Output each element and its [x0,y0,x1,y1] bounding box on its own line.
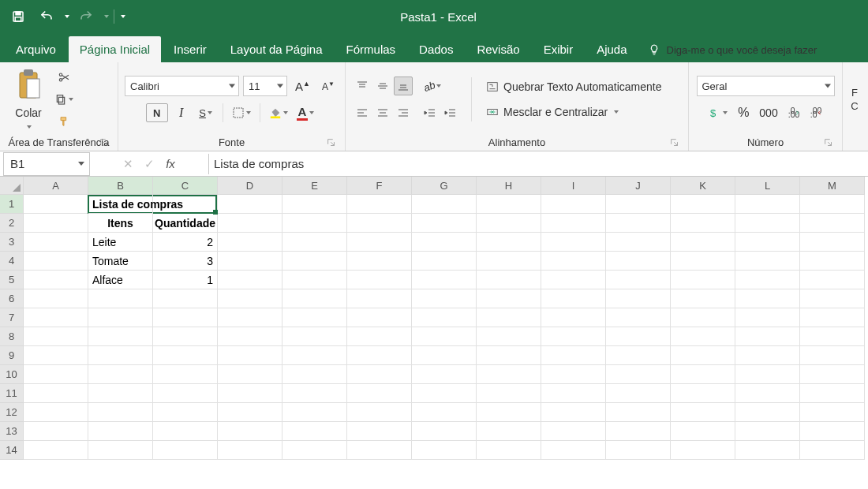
cell-M4[interactable] [800,252,865,271]
percent-button[interactable]: % [734,103,753,122]
cell-A12[interactable] [24,403,88,422]
dialog-launcher-icon[interactable] [823,137,834,148]
cell-L13[interactable] [735,422,800,441]
accounting-format-button[interactable]: $ [705,103,731,122]
cell-I3[interactable] [541,233,606,252]
column-header-I[interactable]: I [541,177,606,195]
cell-I5[interactable] [541,271,606,289]
cell-L5[interactable] [735,271,800,289]
align-bottom-button[interactable] [394,77,413,95]
cell-F1[interactable] [347,195,412,214]
cell-F6[interactable] [347,289,412,308]
cell-E13[interactable] [282,422,347,441]
decrease-decimal-button[interactable]: .00.0 [806,103,825,122]
cell-E4[interactable] [282,252,347,271]
cell-H5[interactable] [477,271,541,289]
cell-D10[interactable] [218,365,282,384]
cell-J11[interactable] [606,384,671,403]
cell-E12[interactable] [282,403,347,422]
cell-M6[interactable] [800,289,865,308]
redo-dropdown-icon[interactable] [104,15,109,18]
align-top-button[interactable] [353,77,372,95]
formula-input[interactable]: Lista de compras [209,157,868,170]
align-center-button[interactable] [373,103,392,122]
cell-H1[interactable] [477,195,541,214]
tab-insert[interactable]: Inserir [163,36,218,62]
cell-F12[interactable] [347,403,412,422]
cell-D14[interactable] [218,441,282,460]
row-header-5[interactable]: 5 [0,271,24,289]
cell-M1[interactable] [800,195,865,214]
cell-C11[interactable] [153,384,218,403]
cell-E9[interactable] [282,346,347,365]
cell-H4[interactable] [477,252,541,271]
cell-A11[interactable] [24,384,88,403]
cell-L6[interactable] [735,289,800,308]
cell-A13[interactable] [24,422,88,441]
decrease-font-button[interactable]: A▼ [319,77,338,95]
cell-D11[interactable] [218,384,282,403]
cell-H6[interactable] [477,289,541,308]
cell-E3[interactable] [282,233,347,252]
dialog-launcher-icon[interactable] [326,137,337,148]
name-box[interactable]: B1 [3,152,90,176]
column-header-H[interactable]: H [477,177,541,195]
cell-B1[interactable]: Lista de compras [88,195,153,214]
align-right-button[interactable] [394,103,413,122]
cell-G14[interactable] [412,441,477,460]
cell-H8[interactable] [477,327,541,346]
save-icon[interactable] [6,6,30,28]
format-painter-button[interactable] [51,112,77,131]
cell-D9[interactable] [218,346,282,365]
cell-C7[interactable] [153,308,218,327]
row-header-13[interactable]: 13 [0,422,24,441]
cell-D2[interactable] [218,214,282,233]
cell-H2[interactable] [477,214,541,233]
underline-button[interactable]: S [195,103,217,122]
cell-J6[interactable] [606,289,671,308]
cell-I12[interactable] [541,403,606,422]
cell-I9[interactable] [541,346,606,365]
cell-M5[interactable] [800,271,865,289]
cell-F4[interactable] [347,252,412,271]
cell-I2[interactable] [541,214,606,233]
cell-K11[interactable] [671,384,735,403]
cell-I11[interactable] [541,384,606,403]
cell-F9[interactable] [347,346,412,365]
cell-M12[interactable] [800,403,865,422]
increase-decimal-button[interactable]: .0.00 [784,103,803,122]
column-header-K[interactable]: K [671,177,735,195]
cell-I14[interactable] [541,441,606,460]
cell-H3[interactable] [477,233,541,252]
paste-button[interactable]: Colar [13,68,43,131]
cell-D4[interactable] [218,252,282,271]
cell-L14[interactable] [735,441,800,460]
cell-C3[interactable]: 2 [153,233,218,252]
cell-K1[interactable] [671,195,735,214]
cell-D7[interactable] [218,308,282,327]
undo-dropdown-icon[interactable] [65,15,69,18]
cell-G7[interactable] [412,308,477,327]
cell-D13[interactable] [218,422,282,441]
row-header-6[interactable]: 6 [0,289,24,308]
cell-L1[interactable] [735,195,800,214]
cell-H12[interactable] [477,403,541,422]
cell-M11[interactable] [800,384,865,403]
cell-J13[interactable] [606,422,671,441]
cell-C9[interactable] [153,346,218,365]
dialog-launcher-icon[interactable] [99,137,110,148]
font-name-combo[interactable]: Calibri [125,76,239,96]
cell-L11[interactable] [735,384,800,403]
cell-L12[interactable] [735,403,800,422]
cell-K2[interactable] [671,214,735,233]
dialog-launcher-icon[interactable] [669,137,680,148]
cell-B10[interactable] [88,365,153,384]
cell-A14[interactable] [24,441,88,460]
cell-C13[interactable] [153,422,218,441]
cell-C10[interactable] [153,365,218,384]
cell-D3[interactable] [218,233,282,252]
cell-D6[interactable] [218,289,282,308]
cell-B12[interactable] [88,403,153,422]
cell-J10[interactable] [606,365,671,384]
cell-F11[interactable] [347,384,412,403]
